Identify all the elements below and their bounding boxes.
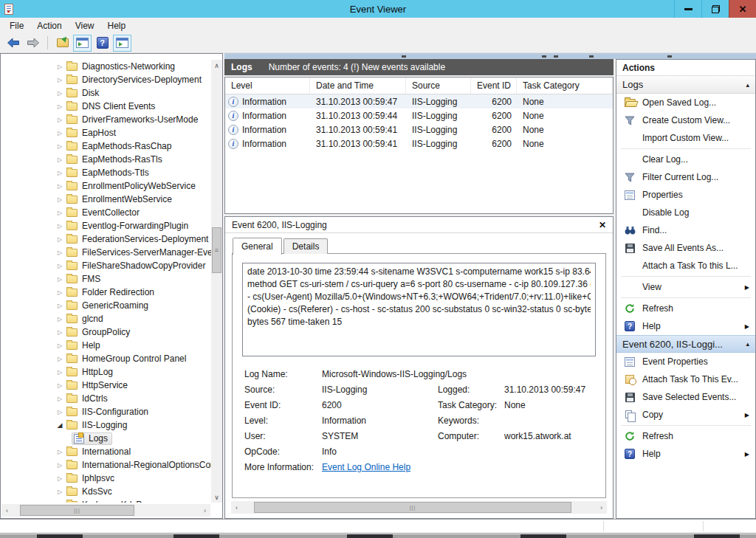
expand-icon[interactable]: ▷ — [55, 103, 64, 110]
expand-icon[interactable]: ▷ — [55, 210, 64, 216]
tree-item-eventlog-forwardingplugin[interactable]: ▷Eventlog-ForwardingPlugin — [1, 219, 211, 232]
restore-button[interactable] — [701, 0, 729, 18]
action-save-all-events-as[interactable]: Save All Events As... — [616, 239, 755, 257]
tree-item-logs[interactable]: Logs — [1, 432, 211, 445]
tree-item-international[interactable]: ▷International — [1, 445, 211, 458]
tab-general[interactable]: General — [233, 238, 282, 255]
action-help[interactable]: ?Help▶ — [616, 317, 755, 335]
action-refresh[interactable]: Refresh — [616, 300, 755, 317]
tree-item-dns-client-events[interactable]: ▷DNS Client Events — [1, 100, 211, 113]
expand-icon[interactable]: ▷ — [55, 263, 64, 269]
action-attach-task-to-this-ev[interactable]: Attach Task To This Ev... — [616, 370, 755, 388]
expand-icon[interactable]: ▷ — [55, 77, 64, 83]
expand-icon[interactable]: ▷ — [55, 462, 64, 469]
expand-icon[interactable]: ▷ — [55, 449, 64, 455]
expand-icon[interactable]: ▷ — [55, 196, 64, 203]
expand-icon[interactable]: ▷ — [55, 316, 64, 323]
tree-item-folder-redirection[interactable]: ▷Folder Redirection — [1, 286, 211, 299]
menu-view[interactable]: View — [69, 19, 101, 32]
tree-item-fileshareshadowcopyprovider[interactable]: ▷FileShareShadowCopyProvider — [1, 259, 211, 272]
action-filter-current-log[interactable]: Filter Current Log... — [616, 168, 755, 186]
scrollbar-thumb[interactable] — [20, 505, 134, 516]
expand-icon[interactable]: ▷ — [55, 475, 64, 482]
expand-icon[interactable]: ▷ — [55, 396, 64, 402]
column-header-level[interactable]: Level — [225, 77, 310, 94]
tree-item-genericroaming[interactable]: ▷GenericRoaming — [1, 299, 211, 312]
action-properties[interactable]: Properties — [616, 186, 755, 204]
expand-icon[interactable]: ▷ — [55, 489, 64, 495]
action-refresh[interactable]: Refresh — [616, 427, 755, 445]
titlebar[interactable]: Event Viewer ✕ — [0, 0, 756, 18]
event-row[interactable]: iInformation31.10.2013 00:59:41IIS-Loggi… — [225, 137, 613, 151]
collapse-section-icon[interactable]: ▴ — [746, 340, 749, 348]
forward-button[interactable] — [24, 35, 42, 52]
expand-icon[interactable]: ▷ — [55, 342, 64, 349]
scroll-right-icon[interactable]: › — [199, 505, 210, 516]
event-log-online-help-link[interactable]: Event Log Online Help — [322, 462, 410, 472]
action-copy[interactable]: Copy▶ — [616, 406, 755, 424]
toggle-console-tree-button[interactable] — [73, 35, 92, 52]
expand-icon[interactable]: ▷ — [55, 249, 64, 256]
tree-item-eventcollector[interactable]: ▷EventCollector — [1, 206, 211, 219]
collapse-section-icon[interactable]: ▴ — [746, 81, 749, 89]
tree-vertical-scrollbar[interactable]: ∧ ∨ — [211, 60, 222, 503]
close-preview-icon[interactable]: ✕ — [599, 220, 606, 230]
tree-item-fms[interactable]: ▷FMS — [1, 272, 211, 286]
tree-item-enrollmentpolicywebservice[interactable]: ▷EnrollmentPolicyWebService — [1, 179, 211, 193]
expand-icon[interactable]: ▷ — [55, 183, 64, 190]
tree-item-eapmethods-rastls[interactable]: ▷EapMethods-RasTls — [1, 153, 211, 166]
tree-item-glcnd[interactable]: ▷glcnd — [1, 312, 211, 325]
expand-icon[interactable]: ▷ — [55, 156, 64, 163]
action-event-properties[interactable]: Event Properties — [616, 353, 755, 370]
scroll-right-icon[interactable]: › — [596, 502, 607, 513]
tree-item-enrollmentwebservice[interactable]: ▷EnrollmentWebService — [1, 193, 211, 206]
close-button[interactable]: ✕ — [729, 0, 756, 18]
tree-item-iphlpsvc[interactable]: ▷Iphlpsvc — [1, 472, 211, 485]
action-disable-log[interactable]: Disable Log — [616, 204, 755, 221]
scrollbar-track[interactable] — [211, 71, 222, 492]
menu-help[interactable]: Help — [101, 19, 133, 32]
tree-item-eapmethods-raschap[interactable]: ▷EapMethods-RasChap — [1, 139, 211, 153]
scrollbar-thumb[interactable] — [254, 502, 571, 513]
minimize-button[interactable] — [674, 0, 701, 18]
expand-icon[interactable]: ▷ — [55, 236, 64, 243]
expand-icon[interactable]: ▷ — [55, 143, 64, 150]
column-header-task-category[interactable]: Task Category — [517, 77, 613, 94]
tree-item-idctrls[interactable]: ▷IdCtrls — [1, 392, 211, 405]
scroll-left-icon[interactable]: ‹ — [231, 502, 242, 513]
tab-details[interactable]: Details — [284, 238, 329, 254]
tree-item-httpservice[interactable]: ▷HttpService — [1, 379, 211, 392]
tree-item-driverframeworks-usermode[interactable]: ▷DriverFrameworks-UserMode — [1, 113, 211, 126]
action-open-saved-log[interactable]: Open Saved Log... — [616, 94, 755, 111]
toggle-action-pane-button[interactable] — [113, 35, 131, 52]
event-horizontal-scrollbar[interactable]: ‹ › — [231, 501, 607, 514]
tree-item-homegroup-control-panel[interactable]: ▷HomeGroup Control Panel — [1, 352, 211, 365]
tree-horizontal-scrollbar[interactable]: ‹ › — [1, 504, 210, 517]
expand-icon[interactable]: ▷ — [55, 63, 64, 70]
action-import-custom-view[interactable]: Import Custom View... — [616, 129, 755, 147]
expand-icon[interactable]: ▷ — [55, 382, 64, 389]
action-view[interactable]: View▶ — [616, 278, 755, 296]
back-button[interactable] — [4, 35, 22, 52]
expand-icon[interactable]: ▷ — [55, 329, 64, 336]
tree-item-disk[interactable]: ▷Disk — [1, 86, 211, 100]
actions-section-header-logs[interactable]: Logs▴ — [616, 76, 755, 94]
tree-item-kerberos-kdcproxy[interactable]: ▷Kerberos-KdcProxy — [1, 498, 211, 503]
expand-icon[interactable]: ▷ — [55, 303, 64, 309]
action-help[interactable]: ?Help▶ — [616, 445, 755, 463]
action-create-custom-view[interactable]: Create Custom View... — [616, 111, 755, 129]
scrollbar-thumb[interactable] — [212, 227, 221, 273]
tree-item-international-regionaloptionscontrolpanel[interactable]: ▷International-RegionalOptionsControlPan… — [1, 458, 211, 472]
expand-icon[interactable]: ▷ — [55, 130, 64, 137]
expand-icon[interactable]: ▷ — [55, 356, 64, 362]
tree-item-eaphost[interactable]: ▷EapHost — [1, 126, 211, 139]
expand-icon[interactable]: ▷ — [55, 276, 64, 283]
column-header-source[interactable]: Source — [406, 77, 471, 94]
expand-icon[interactable]: ▷ — [55, 409, 64, 415]
scrollbar-track[interactable] — [242, 501, 596, 514]
tree-item-federationservices-deployment[interactable]: ▷FederationServices-Deployment — [1, 232, 211, 246]
action-clear-log[interactable]: Clear Log... — [616, 151, 755, 168]
expand-icon[interactable]: ▷ — [55, 117, 64, 123]
expand-icon[interactable]: ▷ — [55, 223, 64, 230]
expand-icon[interactable]: ▷ — [55, 90, 64, 97]
